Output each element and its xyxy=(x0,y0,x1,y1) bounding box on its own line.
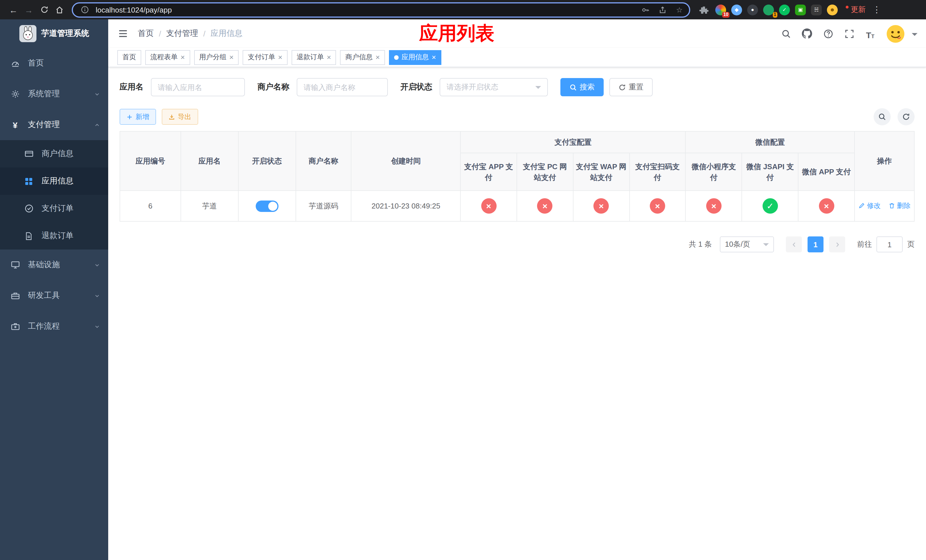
sidebar-item-refund-order[interactable]: 退款订单 xyxy=(0,222,108,250)
merchant-name-input[interactable] xyxy=(304,83,381,91)
extension-icon[interactable]: 1 xyxy=(763,4,774,15)
browser-back-button[interactable]: ← xyxy=(6,2,21,17)
tab-user-group[interactable]: 用户分组 × xyxy=(194,50,239,65)
extension-icon[interactable]: ▣ xyxy=(795,4,806,15)
browser-menu-button[interactable]: ⋮ xyxy=(873,5,881,15)
col-app-name[interactable]: 应用名 xyxy=(181,131,238,191)
extension-icon[interactable]: ☵ xyxy=(811,4,822,15)
app-name-input[interactable] xyxy=(158,83,238,91)
status-select[interactable]: 请选择开启状态 xyxy=(440,78,548,96)
breadcrumb-payment[interactable]: 支付管理 xyxy=(166,29,198,39)
next-page-button[interactable] xyxy=(829,236,845,252)
order-check-icon xyxy=(24,204,33,213)
close-icon[interactable]: × xyxy=(375,53,380,61)
sidebar-item-workflow[interactable]: 工作流程 xyxy=(0,311,108,342)
extension-icon[interactable]: ✓ xyxy=(779,4,790,15)
table-row: 6 芋道 芋道源码 2021-10-23 08:49:25 × × × xyxy=(120,191,914,221)
reset-button[interactable]: 重置 xyxy=(609,78,653,96)
alipay-pc-status-icon: × xyxy=(537,198,553,213)
github-icon[interactable] xyxy=(801,28,813,39)
breadcrumb-current: 应用信息 xyxy=(211,29,243,39)
col-created[interactable]: 创建时间 xyxy=(351,131,460,191)
extension-icon[interactable]: ● xyxy=(747,4,758,15)
share-icon[interactable] xyxy=(656,3,669,16)
sidebar-item-system[interactable]: 系统管理 xyxy=(0,79,108,109)
sidebar-item-merchant-info[interactable]: 商户信息 xyxy=(0,140,108,168)
tab-app-info[interactable]: 应用信息 × xyxy=(389,50,441,65)
add-button[interactable]: 新增 xyxy=(120,109,156,125)
sidebar-item-payment-order[interactable]: 支付订单 xyxy=(0,195,108,222)
search-button[interactable]: 搜索 xyxy=(560,78,604,96)
col-wx-app[interactable]: 微信 APP 支付 xyxy=(798,153,855,191)
col-alipay-pc[interactable]: 支付宝 PC 网站支付 xyxy=(517,153,573,191)
browser-home-button[interactable] xyxy=(52,2,67,17)
top-navbar: 首页 / 支付管理 / 应用信息 应用列表 xyxy=(108,20,926,48)
close-icon[interactable]: × xyxy=(432,53,436,61)
main-area: 首页 / 支付管理 / 应用信息 应用列表 xyxy=(108,20,926,560)
close-icon[interactable]: × xyxy=(278,53,282,61)
browser-forward-button[interactable]: → xyxy=(21,2,36,17)
col-alipay-wap[interactable]: 支付宝 WAP 网站支付 xyxy=(573,153,629,191)
export-button-label: 导出 xyxy=(178,112,191,122)
col-app-id[interactable]: 应用编号 xyxy=(120,131,181,191)
close-icon[interactable]: × xyxy=(229,53,233,61)
extensions-puzzle-icon[interactable] xyxy=(698,3,710,16)
hamburger-icon[interactable] xyxy=(113,23,133,44)
toggle-search-button[interactable] xyxy=(874,108,891,125)
yen-icon: ¥ xyxy=(10,120,20,130)
url-text[interactable]: localhost:1024/pay/app xyxy=(96,5,172,14)
app-logo-row[interactable]: 芋道管理系统 xyxy=(0,20,108,48)
help-icon[interactable] xyxy=(822,28,834,39)
tab-refund-order[interactable]: 退款订单 × xyxy=(292,50,336,65)
browser-update-button[interactable]: 更新 xyxy=(846,5,865,15)
tab-payment-order[interactable]: 支付订单 × xyxy=(243,50,287,65)
browser-reload-button[interactable] xyxy=(36,2,52,17)
col-wx-jsapi[interactable]: 微信 JSAPI 支付 xyxy=(742,153,799,191)
close-icon[interactable]: × xyxy=(327,53,331,61)
password-key-icon[interactable] xyxy=(639,3,652,16)
refresh-button[interactable] xyxy=(897,108,915,125)
col-alipay-app[interactable]: 支付宝 APP 支付 xyxy=(460,153,517,191)
col-alipay-qr[interactable]: 支付宝扫码支付 xyxy=(629,153,686,191)
prev-page-button[interactable] xyxy=(786,236,802,252)
page-1-button[interactable]: 1 xyxy=(808,236,823,252)
goto-page-input[interactable] xyxy=(876,236,903,252)
sidebar-item-infrastructure[interactable]: 基础设施 xyxy=(0,250,108,280)
extension-icon[interactable]: 10 xyxy=(715,4,726,15)
breadcrumb-home[interactable]: 首页 xyxy=(138,29,154,39)
delete-link[interactable]: 删除 xyxy=(888,201,911,211)
extension-icon[interactable]: ◆ xyxy=(731,4,742,15)
edit-link[interactable]: 修改 xyxy=(858,201,881,211)
avatar[interactable] xyxy=(885,24,905,44)
col-merchant[interactable]: 商户名称 xyxy=(295,131,351,191)
site-info-icon[interactable] xyxy=(79,3,91,16)
sidebar-item-payment[interactable]: ¥ 支付管理 xyxy=(0,109,108,140)
status-switch[interactable] xyxy=(256,200,278,212)
cell-alipay-wap: × xyxy=(573,191,629,221)
page-size-select[interactable]: 10条/页 xyxy=(720,236,774,252)
col-status[interactable]: 开启状态 xyxy=(238,131,296,191)
cell-wx-mini: × xyxy=(686,191,742,221)
bookmark-star-icon[interactable]: ☆ xyxy=(673,3,686,16)
col-wx-mini[interactable]: 微信小程序支付 xyxy=(686,153,742,191)
search-icon[interactable] xyxy=(780,28,791,39)
tab-process-form[interactable]: 流程表单 × xyxy=(145,50,190,65)
wx-mini-status-icon: × xyxy=(706,198,722,213)
font-size-icon[interactable]: TT xyxy=(864,28,876,39)
close-icon[interactable]: × xyxy=(180,53,185,61)
caret-down-icon[interactable] xyxy=(912,33,917,39)
extension-icon[interactable]: ☻ xyxy=(827,4,838,15)
sidebar-item-dev-tools[interactable]: 研发工具 xyxy=(0,280,108,311)
tab-home[interactable]: 首页 xyxy=(117,50,141,65)
alipay-qr-status-icon: × xyxy=(650,198,665,213)
sidebar-item-app-info[interactable]: 应用信息 xyxy=(0,168,108,195)
toolbox-icon xyxy=(10,291,20,301)
address-bar[interactable]: localhost:1024/pay/app ☆ xyxy=(72,2,690,17)
search-button-label: 搜索 xyxy=(580,82,595,92)
sidebar-menu: 首页 系统管理 ¥ 支付管理 xyxy=(0,48,108,342)
sidebar-item-label: 工作流程 xyxy=(28,321,94,331)
sidebar-item-home[interactable]: 首页 xyxy=(0,48,108,79)
export-button[interactable]: 导出 xyxy=(162,109,198,125)
fullscreen-icon[interactable] xyxy=(843,28,855,39)
tab-merchant-info[interactable]: 商户信息 × xyxy=(340,50,385,65)
